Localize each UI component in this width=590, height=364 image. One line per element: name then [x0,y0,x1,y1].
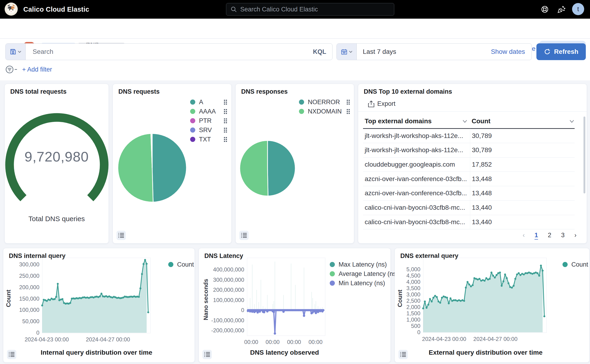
pagination-page-1[interactable]: 1 [533,231,540,240]
date-quick-menu-button[interactable] [337,44,357,60]
refresh-button[interactable]: Refresh [536,43,586,60]
pagination-page-2[interactable]: 2 [546,231,553,240]
panel-title: DNS requests [118,88,160,95]
table-row[interactable]: calico-cni-ivan-byocni-03cfb8-mc...13,44… [363,215,575,229]
legend-dot [563,262,568,267]
panel-list-button[interactable] [7,350,16,359]
y-tick-label: 5,000 [383,266,420,273]
global-search-input[interactable]: Search Calico Cloud Elastic [226,3,394,16]
y-tick-label: 4,000 [383,279,420,285]
legend: NOERRORNXDOMAIN [299,98,350,116]
time-range-value[interactable]: Last 7 days [363,48,491,55]
table-row[interactable]: jlt-worksh-jlt-workshop-aks-112e...30,78… [363,129,575,143]
legend-item-Count[interactable]: Count [168,260,194,269]
help-icon[interactable] [540,4,550,14]
pagination-next[interactable]: › [572,231,578,240]
legend-item-NXDOMAIN[interactable]: NXDOMAIN [299,107,350,116]
pagination-prev[interactable]: ‹ [521,231,527,240]
legend-item-NOERROR[interactable]: NOERROR [299,98,350,107]
cell-domain: jlt-worksh-jlt-workshop-aks-112e... [363,146,470,154]
legend-dot [190,109,195,114]
show-dates-button[interactable]: Show dates [491,48,525,55]
pie-slice-NOERROR[interactable] [267,141,295,196]
legend-actions-icon[interactable] [224,109,227,114]
column-header-domains[interactable]: Top external domains [365,114,467,128]
y-tick-label: 50,000 [2,318,39,325]
pie-slice-NXDOMAIN[interactable] [240,141,268,196]
external-query-chart[interactable] [423,258,547,333]
x-tick-label: 00:00 [266,339,280,345]
table-scrollbar[interactable] [584,117,585,193]
chevron-down-icon [18,50,21,53]
internal-query-chart[interactable] [42,258,150,333]
legend-label: A [199,98,203,106]
panel-dns-latency: DNS Latency Nano seconds 400,000,000300,… [199,248,391,363]
panel-list-button[interactable] [202,350,212,359]
cell-count: 13,440 [470,201,492,215]
table-row[interactable]: azcni-over-ivan-conference-03cfb...13,44… [363,186,575,201]
pie-slice-TXT[interactable] [152,134,152,168]
table-row[interactable]: jlt-worksh-jlt-workshop-aks-112e...30,78… [363,143,575,157]
dns-responses-pie[interactable] [239,140,296,197]
legend-dot [330,271,335,276]
date-picker: Last 7 days Show dates [337,43,532,60]
legend-actions-icon[interactable] [224,118,227,123]
legend-dot [330,280,335,286]
x-tick-label: 2024-04-23 00:00 [25,336,69,343]
table-row[interactable]: clouddebugger.googleapis.com17,852 [363,157,575,172]
y-tick-label: 500 [383,323,420,329]
table-row[interactable]: calico-cni-ivan-byocni-03cfb8-mc...13,44… [363,201,575,215]
latency-chart[interactable] [247,258,325,336]
legend-item-Count[interactable]: Count [563,260,588,269]
legend-actions-icon[interactable] [224,128,227,133]
y-tick-label: 2,500 [383,298,420,304]
dns-dashboard-page: Calico Cloud Elastic Search Calico Cloud… [0,0,590,364]
panel-list-button[interactable] [239,231,249,240]
kql-selector[interactable]: KQL [313,48,326,55]
legend-item-PTR[interactable]: PTR [190,116,227,125]
y-tick-label: 200,000,000 [207,287,244,293]
panel-list-button[interactable] [117,231,126,240]
pie-slice-AAAA[interactable] [118,134,153,202]
legend-actions-icon[interactable] [224,100,227,105]
panel-list-button[interactable] [398,350,408,359]
legend-item-A[interactable]: A [190,98,227,107]
panel-dns-requests: DNS requests AAAAAPTRSRVTXT [113,84,232,244]
chevron-down-icon [349,50,353,53]
panel-dns-external-query: DNS external query Count 05001,0001,5002… [395,248,590,363]
y-tick-label: 200,000 [2,284,39,291]
add-filter-button[interactable]: + Add filter [22,66,52,73]
save-icon [10,48,16,55]
table-row[interactable]: azcni-over-ivan-conference-03cfb...13,44… [363,172,575,186]
dashboard-grid: DNS total requests 9,720,980 Total DNS q… [0,80,590,364]
legend-actions-icon[interactable] [347,109,350,114]
legend-dot [190,118,195,123]
saved-query-menu-button[interactable] [6,44,26,60]
legend-dot [190,127,195,133]
legend-item-SRV[interactable]: SRV [190,125,227,135]
pie-slice-A[interactable] [152,134,186,202]
query-input[interactable]: Search [33,48,313,55]
calico-logo-icon[interactable] [5,3,18,16]
export-button[interactable]: Export [368,100,395,107]
legend-item-TXT[interactable]: TXT [190,135,227,144]
x-tick-label: 2024-04-23 00:00 [422,336,466,342]
dns-requests-pie[interactable] [117,133,187,203]
y-tick-label: 400,000,000 [207,266,244,273]
nav-bar: c Dashboard DNS Dashboard Full screen Sh… [0,19,590,39]
pagination-page-3[interactable]: 3 [559,231,566,240]
legend-item-AAAA[interactable]: AAAA [190,107,227,116]
app-title: Calico Cloud Elastic [23,6,89,13]
cell-count: 30,789 [470,129,492,143]
refresh-icon [544,48,551,55]
y-tick-label: 0 [207,307,244,313]
y-tick-label: 2,000 [383,304,420,310]
legend-actions-icon[interactable] [347,100,350,105]
user-avatar[interactable]: t [572,3,584,15]
legend-actions-icon[interactable] [224,137,227,142]
legend-label: PTR [199,117,212,124]
cell-domain: calico-cni-ivan-byocni-03cfb8-mc... [363,204,470,211]
y-tick-label: 3,500 [383,285,420,292]
news-party-popper-icon[interactable] [557,4,567,14]
column-header-count[interactable]: Count [472,114,574,128]
